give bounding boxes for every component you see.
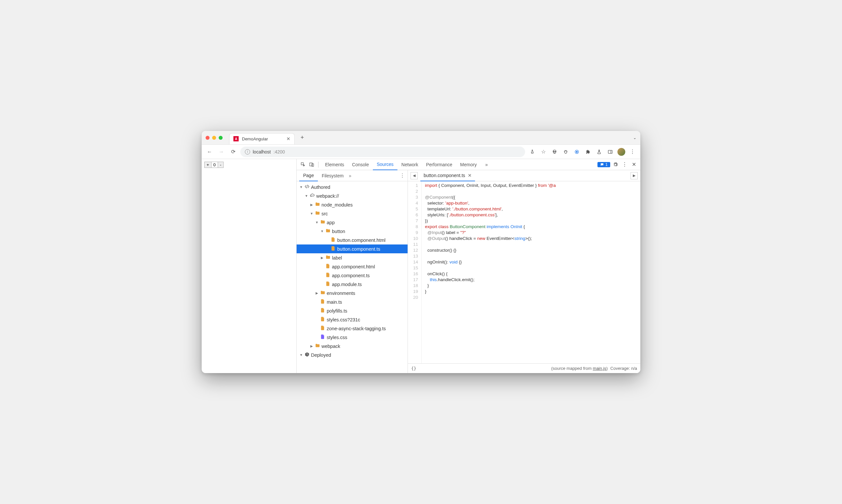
tree-item[interactable]: ▼app <box>297 218 408 227</box>
show-debugger-icon[interactable]: ▶ <box>630 172 638 179</box>
issues-badge[interactable]: 1 <box>597 162 610 167</box>
file-icon <box>320 325 325 331</box>
deploy-icon <box>304 352 310 358</box>
new-tab-button[interactable]: + <box>298 134 307 141</box>
settings-gear-icon[interactable] <box>611 161 620 168</box>
devtools-menu-icon[interactable]: ⋮ <box>621 161 629 168</box>
tree-item[interactable]: ▶webpack <box>297 342 408 350</box>
pretty-print-icon[interactable]: {} <box>411 366 416 371</box>
profile-avatar[interactable] <box>617 147 626 157</box>
tree-item[interactable]: styles.css <box>297 333 408 342</box>
code-editor[interactable]: 1234567891011121314151617181920 import {… <box>408 181 640 363</box>
share-icon[interactable] <box>528 147 537 157</box>
devtools-tab-network[interactable]: Network <box>397 159 422 170</box>
file-tree[interactable]: ▼Authored▼webpack://▶node_modules▼src▼ap… <box>297 181 408 373</box>
devtools-tab-elements[interactable]: Elements <box>321 159 348 170</box>
twisty-icon: ▼ <box>315 220 319 224</box>
tree-item-label: app.component.ts <box>332 273 370 278</box>
tree-item[interactable]: ▼button <box>297 227 408 236</box>
tree-item[interactable]: styles.css?231c <box>297 315 408 324</box>
folder-icon <box>315 202 320 208</box>
line-gutter: 1234567891011121314151617181920 <box>408 181 422 363</box>
tree-item[interactable]: app.component.html <box>297 262 408 271</box>
tabs-dropdown-icon[interactable]: ⌄ <box>633 136 637 140</box>
devtools-tab-console[interactable]: Console <box>348 159 373 170</box>
folder-icon <box>325 255 330 261</box>
close-window-icon[interactable] <box>205 136 210 140</box>
page-viewport: + 0 - <box>202 159 297 373</box>
extension-bug-icon[interactable] <box>561 147 570 157</box>
bookmark-star-icon[interactable]: ☆ <box>539 147 548 157</box>
maximize-window-icon[interactable] <box>219 136 222 140</box>
twisty-icon: ▶ <box>320 256 324 259</box>
tree-item[interactable]: button.component.html <box>297 236 408 245</box>
svg-point-2 <box>555 151 556 151</box>
show-navigator-icon[interactable]: ◀ <box>411 172 418 179</box>
extensions-puzzle-icon[interactable] <box>584 147 593 157</box>
twisty-icon: ▼ <box>299 185 303 189</box>
tree-item[interactable]: button.component.ts <box>297 245 408 253</box>
code-body[interactable]: import { Component, OnInit, Input, Outpu… <box>422 181 559 363</box>
source-map-link[interactable]: main.js <box>593 366 606 371</box>
increment-button[interactable]: + <box>204 162 211 167</box>
file-icon <box>325 281 330 287</box>
tree-item[interactable]: ▶node_modules <box>297 200 408 209</box>
tree-item[interactable]: ▼Deployed <box>297 350 408 359</box>
tree-item-label: zone-async-stack-tagging.ts <box>327 326 386 331</box>
extension-eye-icon[interactable] <box>572 147 581 157</box>
browser-window: A DemoAngular ✕ + ⌄ ← → ⟳ i localhost:42… <box>202 131 640 373</box>
twisty-icon: ▼ <box>299 353 303 357</box>
editor-tab-close-icon[interactable]: ✕ <box>468 173 472 178</box>
device-toolbar-icon[interactable] <box>308 161 316 168</box>
back-button[interactable]: ← <box>205 147 214 157</box>
twisty-icon: ▶ <box>310 344 313 348</box>
browser-menu-icon[interactable]: ⋮ <box>628 147 637 157</box>
twisty-icon: ▶ <box>310 203 313 206</box>
navigator-tab-page[interactable]: Page <box>299 170 318 181</box>
browser-tab[interactable]: A DemoAngular ✕ <box>229 133 294 144</box>
content-area: + 0 - ElementsConsoleSourcesNetworkPerfo… <box>202 159 640 373</box>
sidepanel-icon[interactable] <box>606 147 615 157</box>
extension-flask-icon[interactable] <box>594 147 604 157</box>
tree-item[interactable]: ▶label <box>297 253 408 262</box>
tree-item-label: label <box>332 255 342 260</box>
tree-item[interactable]: ▼Authored <box>297 183 408 192</box>
navigator-tab-filesystem[interactable]: Filesystem <box>318 170 348 181</box>
tree-item[interactable]: polyfills.ts <box>297 306 408 315</box>
inspect-element-icon[interactable] <box>299 161 307 168</box>
tree-item-label: Deployed <box>311 353 331 358</box>
folder-icon <box>315 343 320 349</box>
devtools-tab-memory[interactable]: Memory <box>456 159 481 170</box>
devtools-close-icon[interactable]: ✕ <box>630 161 638 168</box>
tree-item[interactable]: zone-async-stack-tagging.ts <box>297 324 408 333</box>
tab-title: DemoAngular <box>242 137 268 141</box>
tree-item-label: environments <box>327 291 355 296</box>
tree-item[interactable]: ▼src <box>297 209 408 218</box>
folder-icon <box>320 219 325 226</box>
tree-item-label: button.component.ts <box>337 247 380 252</box>
counter-widget: + 0 - <box>204 162 223 168</box>
navigator-more-icon[interactable]: » <box>349 173 352 178</box>
tree-item[interactable]: ▼webpack:// <box>297 192 408 200</box>
tree-item-label: app.component.html <box>332 264 375 269</box>
reload-button[interactable]: ⟳ <box>229 147 238 157</box>
tree-item[interactable]: ▶environments <box>297 289 408 298</box>
decrement-button[interactable]: - <box>218 162 223 167</box>
devtools-tab-performance[interactable]: Performance <box>422 159 456 170</box>
devtools-more-tabs[interactable]: » <box>481 159 492 170</box>
navigator-tabs: PageFilesystem » ⋮ <box>297 170 408 181</box>
editor-tab[interactable]: button.component.ts ✕ <box>420 170 475 181</box>
url-bar[interactable]: i localhost:4200 <box>240 147 525 157</box>
navigator-menu-icon[interactable]: ⋮ <box>400 173 405 179</box>
file-icon <box>320 299 325 305</box>
tree-item[interactable]: main.ts <box>297 298 408 306</box>
window-controls <box>205 136 222 140</box>
devtools-tab-sources[interactable]: Sources <box>373 159 397 170</box>
tree-item[interactable]: app.component.ts <box>297 271 408 280</box>
tree-item-label: webpack:// <box>316 194 339 199</box>
close-tab-icon[interactable]: ✕ <box>286 137 290 141</box>
minimize-window-icon[interactable] <box>212 136 216 140</box>
extension-skull-icon[interactable] <box>550 147 559 157</box>
site-info-icon[interactable]: i <box>245 149 250 155</box>
tree-item[interactable]: app.module.ts <box>297 280 408 289</box>
